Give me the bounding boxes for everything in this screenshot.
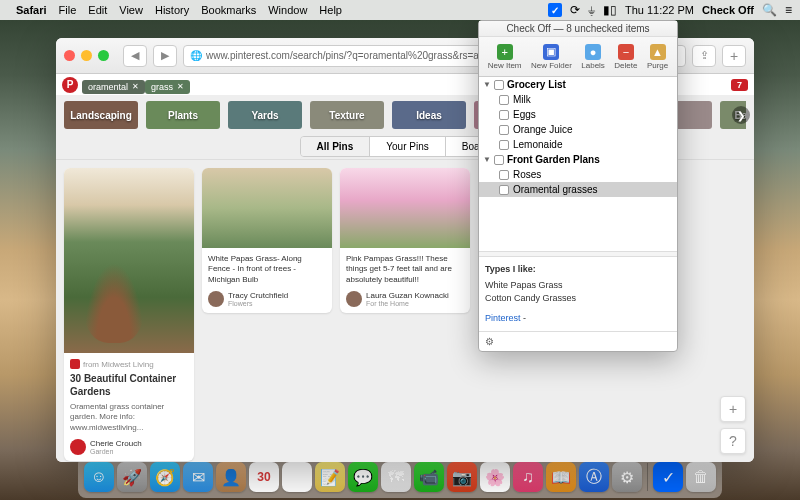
toolbar-delete[interactable]: −Delete — [614, 44, 637, 70]
clock[interactable]: Thu 11:22 PM — [625, 4, 694, 16]
category-tile[interactable]: Yards — [228, 101, 302, 129]
menu-bookmarks[interactable]: Bookmarks — [201, 4, 256, 16]
checkbox[interactable] — [499, 110, 509, 120]
dock-contacts[interactable]: 👤 — [216, 462, 246, 492]
add-pin-button[interactable]: + — [720, 396, 746, 422]
dock-itunes[interactable]: ♫ — [513, 462, 543, 492]
pin-title: 30 Beautiful Container Gardens — [70, 372, 188, 398]
pin-author[interactable]: Tracy CrutchfieldFlowers — [208, 291, 326, 307]
back-button[interactable]: ◀ — [123, 45, 147, 67]
dock-calendar[interactable]: 30 — [249, 462, 279, 492]
pinterest-logo[interactable]: P — [62, 77, 78, 93]
scroll-right-button[interactable]: ❯ — [732, 106, 750, 124]
share-button[interactable]: ⇪ — [692, 45, 716, 67]
dock-reminders[interactable]: ☰ — [282, 462, 312, 492]
minimize-button[interactable] — [81, 50, 92, 61]
pin-image — [340, 168, 470, 248]
pin-author[interactable]: Cherie CrouchGarden — [70, 439, 188, 455]
checkbox[interactable] — [494, 155, 504, 165]
checkbox[interactable] — [499, 185, 509, 195]
dock-messages[interactable]: 💬 — [348, 462, 378, 492]
dock-maps[interactable]: 🗺 — [381, 462, 411, 492]
menu-file[interactable]: File — [59, 4, 77, 16]
list-item[interactable]: Milk — [479, 92, 677, 107]
checkbox[interactable] — [499, 170, 509, 180]
dock-launchpad[interactable]: 🚀 — [117, 462, 147, 492]
zoom-button[interactable] — [98, 50, 109, 61]
gear-icon[interactable]: ⚙ — [485, 336, 494, 347]
list-item[interactable]: Lemonaide — [479, 137, 677, 152]
note-link[interactable]: Pinterest — [485, 313, 521, 323]
tab-your-pins[interactable]: Your Pins — [370, 137, 445, 156]
dock-facetime[interactable]: 📹 — [414, 462, 444, 492]
checkbox[interactable] — [499, 140, 509, 150]
checkbox[interactable] — [499, 125, 509, 135]
toolbar-new-folder[interactable]: ▣New Folder — [531, 44, 572, 70]
checkoff-list: ▼Grocery ListMilkEggsOrange JuiceLemonai… — [479, 77, 677, 247]
checkbox[interactable] — [499, 95, 509, 105]
dock-trash[interactable]: 🗑 — [686, 462, 716, 492]
spotlight-icon[interactable]: 🔍 — [762, 3, 777, 17]
checkbox[interactable] — [494, 80, 504, 90]
dock: ☺🚀🧭✉👤30☰📝💬🗺📹📷🌸♫📖Ⓐ⚙✓🗑 — [78, 456, 722, 498]
dock-ibooks[interactable]: 📖 — [546, 462, 576, 492]
close-icon[interactable]: ✕ — [132, 82, 139, 91]
disclosure-triangle-icon[interactable]: ▼ — [483, 80, 491, 89]
help-button[interactable]: ? — [720, 428, 746, 454]
dock-checkoff[interactable]: ✓ — [653, 462, 683, 492]
sync-icon[interactable]: ⟳ — [570, 3, 580, 17]
dock-finder[interactable]: ☺ — [84, 462, 114, 492]
category-tile[interactable]: Ideas — [392, 101, 466, 129]
list-item[interactable]: Orange Juice — [479, 122, 677, 137]
pin-card[interactable]: Pink Pampas Grass!!! These things get 5-… — [340, 168, 470, 313]
notification-badge[interactable]: 7 — [731, 79, 748, 91]
avatar — [346, 291, 362, 307]
menu-edit[interactable]: Edit — [88, 4, 107, 16]
search-tag[interactable]: oramental✕ — [82, 80, 145, 94]
app-name[interactable]: Safari — [16, 4, 47, 16]
note-panel[interactable]: Types I like: White Papas Grass Cotton C… — [479, 257, 677, 331]
notification-center-icon[interactable]: ≡ — [785, 3, 792, 17]
menu-history[interactable]: History — [155, 4, 189, 16]
menu-view[interactable]: View — [119, 4, 143, 16]
menu-window[interactable]: Window — [268, 4, 307, 16]
note-line: White Papas Grass — [485, 279, 671, 292]
category-tile[interactable]: Plants — [146, 101, 220, 129]
status-app-label[interactable]: Check Off — [702, 4, 754, 16]
close-button[interactable] — [64, 50, 75, 61]
checkoff-menubar-icon[interactable]: ✓ — [548, 3, 562, 17]
list-item[interactable]: Eggs — [479, 107, 677, 122]
folder[interactable]: ▼Front Garden Plans — [479, 152, 677, 167]
dock-safari[interactable]: 🧭 — [150, 462, 180, 492]
pin-card[interactable]: from Midwest Living 30 Beautiful Contain… — [64, 168, 194, 461]
list-item[interactable]: Roses — [479, 167, 677, 182]
checkoff-window: Check Off — 8 unchecked items +New Item▣… — [478, 20, 678, 352]
toolbar-new-item[interactable]: +New Item — [488, 44, 522, 70]
search-tag[interactable]: grass✕ — [145, 80, 190, 94]
battery-icon[interactable]: ▮▯ — [603, 3, 617, 17]
tab-all-pins[interactable]: All Pins — [301, 137, 371, 156]
toolbar-labels[interactable]: ●Labels — [581, 44, 605, 70]
category-tile[interactable]: Texture — [310, 101, 384, 129]
dock-appstore[interactable]: Ⓐ — [579, 462, 609, 492]
category-tile[interactable]: Landscaping — [64, 101, 138, 129]
toolbar-purge[interactable]: ▲Purge — [647, 44, 668, 70]
close-icon[interactable]: ✕ — [177, 82, 184, 91]
dock-mail[interactable]: ✉ — [183, 462, 213, 492]
new-tab-button[interactable]: + — [722, 45, 746, 67]
wifi-icon[interactable]: ⏚ — [588, 3, 595, 17]
folder[interactable]: ▼Grocery List — [479, 77, 677, 92]
pin-card[interactable]: White Papas Grass- Along Fence - In fron… — [202, 168, 332, 313]
dock-photobooth[interactable]: 📷 — [447, 462, 477, 492]
pin-source: from Midwest Living — [70, 359, 188, 369]
dock-notes[interactable]: 📝 — [315, 462, 345, 492]
avatar — [70, 439, 86, 455]
forward-button[interactable]: ▶ — [153, 45, 177, 67]
list-item[interactable]: Oramental grasses — [479, 182, 677, 197]
dock-preferences[interactable]: ⚙ — [612, 462, 642, 492]
menu-help[interactable]: Help — [319, 4, 342, 16]
pin-description: Oramental grass container garden. More i… — [70, 402, 188, 433]
disclosure-triangle-icon[interactable]: ▼ — [483, 155, 491, 164]
dock-photos[interactable]: 🌸 — [480, 462, 510, 492]
pin-author[interactable]: Laura Guzan KownackiFor the Home — [346, 291, 464, 307]
